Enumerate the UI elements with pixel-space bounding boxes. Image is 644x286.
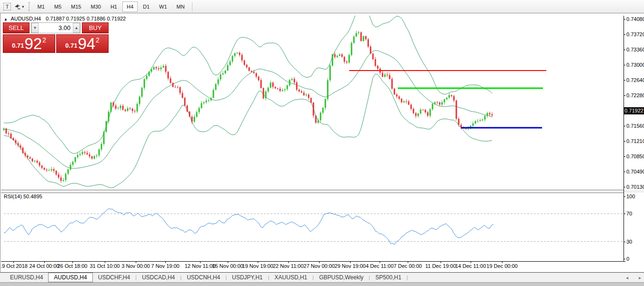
- buy-price-pips: 94: [78, 36, 95, 51]
- price-axis-label: 0.71560: [626, 123, 644, 129]
- timeframe-button-w1[interactable]: W1: [155, 1, 171, 12]
- sell-button[interactable]: SELL: [3, 22, 30, 33]
- time-axis-label: 11 Dec 19:00: [425, 263, 456, 269]
- time-axis-label: 14 Dec 11:00: [455, 263, 486, 269]
- price-axis-label: 0.70490: [626, 169, 644, 174]
- timeframe-button-d1[interactable]: D1: [139, 1, 154, 12]
- price-axis-label: 0.74080: [626, 16, 644, 22]
- price-axis-label: 0.73000: [626, 62, 644, 68]
- arrows-icon: [14, 3, 21, 10]
- sell-price-point: 2: [42, 36, 46, 44]
- volume-value[interactable]: 3.00: [39, 23, 73, 33]
- text-tool-icon: T: [3, 3, 11, 10]
- text-label-tool-button[interactable]: T: [2, 1, 12, 12]
- buy-price-prefix: 0.71: [65, 42, 77, 49]
- rsi-scale-label: 0: [626, 256, 629, 262]
- time-axis-label: 7 Dec 00:00: [393, 263, 422, 269]
- toolbar-separator: [192, 2, 192, 11]
- sell-price-prefix: 0.71: [12, 42, 24, 49]
- candlestick-series: [3, 31, 493, 183]
- window-border-highlight: [0, 13, 1, 282]
- price-axis-label: 0.70130: [626, 184, 644, 190]
- time-axis-label: 4 Dec 11:00: [366, 263, 394, 269]
- chart-header: ▲ AUDUSD,H4 0.71887 0.71925 0.71886 0.71…: [4, 16, 126, 21]
- chart-tab-usdjpy[interactable]: USDJPY,H1: [227, 273, 268, 282]
- timeframe-button-m1[interactable]: M1: [33, 1, 49, 12]
- timeframe-button-m5[interactable]: M5: [50, 1, 66, 12]
- tab-separator: |: [407, 275, 408, 280]
- collapse-triangle-icon: ▲: [4, 17, 8, 21]
- time-axis-label: 3 Nov 00:00: [121, 263, 150, 269]
- timeframe-button-h4[interactable]: H4: [122, 1, 138, 12]
- timeframe-button-h1[interactable]: H1: [106, 1, 121, 12]
- price-axis-label: 0.72280: [626, 92, 644, 98]
- sell-price-button[interactable]: 0.71 92 2: [3, 34, 55, 53]
- rsi-indicator-label: RSI(14) 50.4895: [4, 194, 42, 199]
- time-axis-label: 7 Nov 19:00: [151, 263, 179, 269]
- status-bar: [0, 282, 644, 286]
- sell-price-pips: 92: [24, 36, 42, 51]
- chart-tab-sp500[interactable]: SP500,H1: [370, 273, 407, 282]
- chart-tab-eurusd[interactable]: EURUSD,H4: [5, 273, 48, 282]
- toolbar-grip: [29, 2, 30, 11]
- time-axis-label: 15 Nov 00:00: [212, 263, 243, 269]
- chart-tab-bar: EURUSD,H4AUDUSD,H4USDCHF,H4|USDCAD,H4|US…: [0, 272, 644, 282]
- timeframe-button-group: M1M5M15M30H1H4D1W1MN: [33, 1, 190, 12]
- time-axis-label: 19 Nov 19:00: [242, 263, 273, 269]
- top-toolbar: T ▾ M1M5M15M30H1H4D1W1MN: [0, 0, 644, 13]
- chart-tab-xauusd[interactable]: XAUUSD,H1: [269, 273, 312, 282]
- buy-price-point: 2: [96, 36, 100, 44]
- chart-tab-usdcad[interactable]: USDCAD,H4: [137, 273, 180, 282]
- time-axis-label: 24 Oct 00:00: [30, 263, 60, 269]
- rsi-scale-label: 100: [626, 194, 635, 199]
- bollinger-middle-band: [4, 51, 492, 168]
- time-axis-label: 19 Oct 2018: [0, 263, 28, 269]
- volume-increase-button[interactable]: ▲: [73, 23, 80, 33]
- price-axis-label: 0.73360: [626, 47, 644, 52]
- tab-scroll-controls: ◂ ▸: [626, 273, 641, 283]
- time-axis-label: 26 Oct 18:00: [58, 263, 88, 269]
- chart-symbol-timeframe: AUDUSD,H4: [10, 16, 41, 21]
- chart-ohlc-values: 0.71887 0.71925 0.71886 0.71922: [46, 16, 126, 21]
- rsi-scale-label: 70: [626, 211, 632, 216]
- timeframe-button-mn[interactable]: MN: [172, 1, 189, 12]
- rsi-scale-label: 30: [626, 239, 632, 245]
- one-click-trade-panel: SELL ▼ 3.00 ▲ BUY 0.71 92 2 0.71 94 2: [3, 22, 109, 53]
- price-axis-label: 0.70850: [626, 153, 644, 159]
- tab-scroll-left-icon[interactable]: ◂: [626, 275, 628, 280]
- volume-decrease-button[interactable]: ▼: [31, 23, 39, 33]
- chart-tab-usdchf[interactable]: USDCHF,H4: [93, 273, 135, 282]
- time-axis-label: 22 Nov 11:00: [273, 263, 304, 269]
- rsi-pane: [4, 209, 624, 245]
- time-axis-label: 12 Nov 11:00: [185, 263, 216, 269]
- chart-tab-usdcnh[interactable]: USDCNH,H4: [181, 273, 225, 282]
- buy-price-button[interactable]: 0.71 94 2: [56, 34, 109, 53]
- chart-tab-audusd[interactable]: AUDUSD,H4: [48, 273, 92, 282]
- time-axis-label: 31 Oct 10:00: [90, 263, 120, 269]
- chart-tab-gbpusd[interactable]: GBPUSD,Weekly: [314, 273, 369, 282]
- price-axis-label: 0.73720: [626, 31, 644, 37]
- buy-button[interactable]: BUY: [82, 22, 109, 33]
- time-axis-label: 19 Dec 00:00: [486, 263, 517, 269]
- time-axis-label: 29 Nov 19:00: [334, 263, 365, 269]
- timeframe-button-m15[interactable]: M15: [67, 1, 85, 12]
- tab-scroll-right-icon[interactable]: ▸: [639, 275, 641, 280]
- pane-divider: [0, 190, 644, 193]
- time-axis-label: 27 Nov 00:00: [303, 263, 334, 269]
- price-axis-label: 0.71210: [626, 138, 644, 144]
- current-price-tag: 0.71922: [624, 107, 644, 114]
- price-axis-label: 0.72640: [626, 77, 644, 83]
- chart-tabs: EURUSD,H4AUDUSD,H4USDCHF,H4|USDCAD,H4|US…: [5, 273, 408, 282]
- volume-spinner: ▼ 3.00 ▲: [31, 22, 80, 33]
- dropdown-caret-icon: ▾: [22, 4, 24, 9]
- timeframe-button-m30[interactable]: M30: [87, 1, 105, 12]
- arrows-tool-button[interactable]: ▾: [13, 1, 25, 12]
